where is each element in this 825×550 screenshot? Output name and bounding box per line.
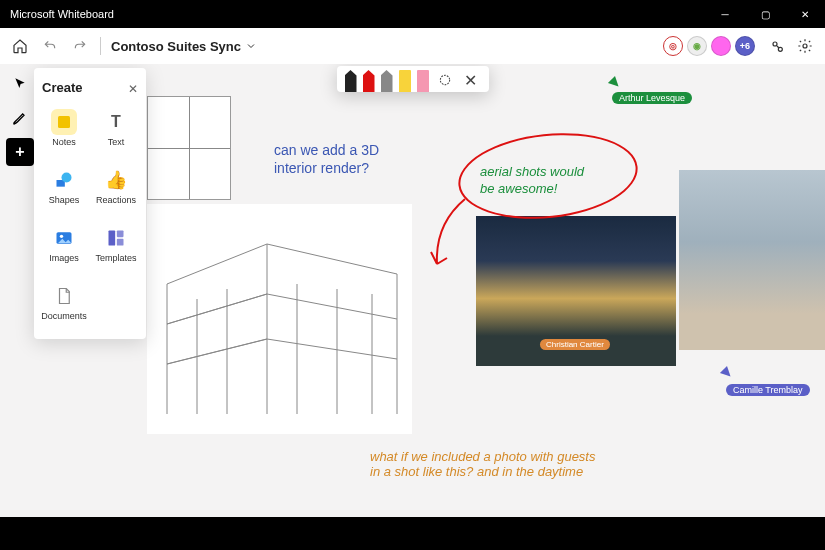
create-shapes[interactable]: Shapes	[40, 159, 88, 213]
add-tool[interactable]: +	[6, 138, 34, 166]
svg-point-7	[60, 235, 63, 238]
highlighter-yellow[interactable]	[399, 70, 411, 92]
collaborator-label-arthur: Arthur Levesque	[614, 92, 692, 104]
annotation-green[interactable]: aerial shots would be awesome!	[480, 164, 584, 198]
svg-rect-10	[117, 239, 124, 246]
svg-point-0	[773, 42, 777, 46]
lasso-icon	[438, 73, 452, 87]
create-images[interactable]: Images	[40, 217, 88, 271]
highlighter-pink[interactable]	[417, 70, 429, 92]
create-templates[interactable]: Templates	[92, 217, 140, 271]
share-button[interactable]	[765, 34, 789, 58]
plus-icon: +	[15, 143, 24, 161]
board-title: Contoso Suites Sync	[111, 39, 241, 54]
gear-icon	[797, 38, 813, 54]
collaborator-cursor-camille	[722, 368, 732, 378]
chevron-down-icon	[245, 40, 257, 52]
create-reactions[interactable]: 👍Reactions	[92, 159, 140, 213]
undo-button[interactable]	[38, 34, 62, 58]
floorplan-image[interactable]	[147, 96, 231, 200]
lasso-select[interactable]	[435, 70, 455, 90]
toolbar-divider	[100, 37, 101, 55]
create-panel-close[interactable]: ✕	[128, 82, 140, 96]
pen-gray[interactable]	[381, 70, 393, 92]
create-panel-title: Create	[40, 76, 84, 101]
create-documents[interactable]: Documents	[40, 275, 88, 329]
svg-point-11	[440, 75, 449, 84]
svg-rect-9	[117, 231, 124, 238]
participant-avatar-1[interactable]: ◎	[663, 36, 683, 56]
participant-avatar-2[interactable]: ◉	[687, 36, 707, 56]
app-title: Microsoft Whiteboard	[10, 8, 114, 20]
create-panel: Create ✕ Notes TText Shapes 👍Reactions I…	[34, 68, 146, 339]
whiteboard-canvas[interactable]: + Create ✕ Notes TText Shapes 👍Reactions…	[0, 64, 825, 517]
participant-overflow[interactable]: +6	[735, 36, 755, 56]
pen-black[interactable]	[345, 70, 357, 92]
window-titlebar: Microsoft Whiteboard ─ ▢ ✕	[0, 0, 825, 28]
pen-tray-close[interactable]: ✕	[461, 70, 481, 90]
board-title-dropdown[interactable]: Contoso Suites Sync	[109, 39, 257, 54]
annotation-blue[interactable]: can we add a 3D interior render?	[274, 142, 379, 177]
window-minimize-button[interactable]: ─	[705, 0, 745, 28]
redo-icon	[73, 39, 87, 53]
pen-red[interactable]	[363, 70, 375, 92]
ink-tool[interactable]	[6, 104, 34, 132]
collaborator-label-camille: Camille Tremblay	[728, 384, 810, 396]
red-ink-arrow[interactable]	[425, 194, 475, 274]
undo-icon	[43, 39, 57, 53]
collaborator-cursor-arthur	[610, 78, 620, 88]
sketch-drawing	[147, 204, 412, 434]
pen-icon	[12, 110, 28, 126]
share-icon	[769, 38, 785, 54]
create-notes[interactable]: Notes	[40, 101, 88, 155]
select-tool[interactable]	[6, 70, 34, 98]
building-sketch-image[interactable]	[147, 204, 412, 434]
lobby-interior-photo[interactable]	[679, 170, 825, 350]
window-close-button[interactable]: ✕	[785, 0, 825, 28]
pen-tray: ✕	[337, 66, 489, 92]
pointer-icon	[13, 77, 27, 91]
window-maximize-button[interactable]: ▢	[745, 0, 785, 28]
redo-button[interactable]	[68, 34, 92, 58]
svg-point-5	[62, 173, 72, 183]
svg-rect-8	[109, 231, 116, 246]
photo-label-christian: Christian Cartier	[540, 339, 610, 350]
settings-button[interactable]	[793, 34, 817, 58]
home-button[interactable]	[8, 34, 32, 58]
annotation-orange[interactable]: what if we included a photo with guests …	[370, 449, 595, 479]
home-icon	[12, 38, 28, 54]
main-toolbar: Contoso Suites Sync ◎ ◉ +6	[0, 28, 825, 64]
participant-avatar-3[interactable]	[711, 36, 731, 56]
svg-rect-3	[58, 116, 70, 128]
create-text[interactable]: TText	[92, 101, 140, 155]
svg-point-2	[803, 44, 807, 48]
